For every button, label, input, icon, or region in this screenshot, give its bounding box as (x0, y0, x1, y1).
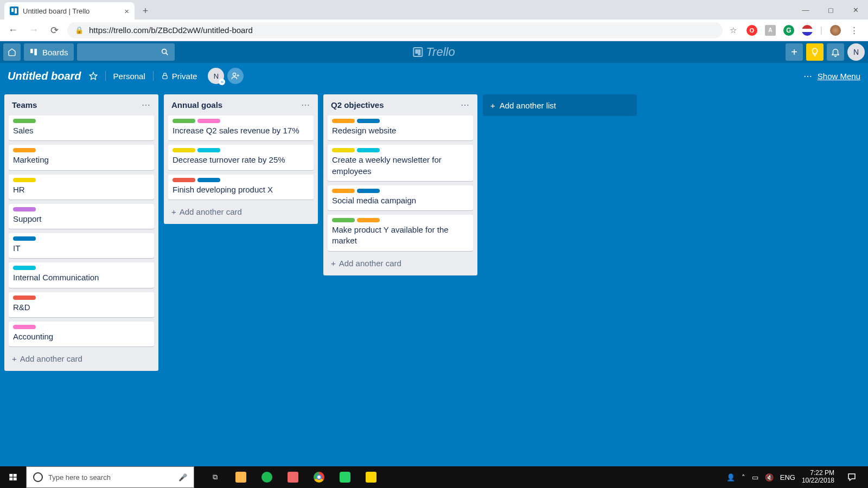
label-o[interactable] (13, 148, 36, 152)
label-y[interactable] (13, 178, 36, 182)
maximize-button[interactable]: ◻ (818, 0, 843, 20)
list-menu-button[interactable]: ⋯ (461, 100, 470, 110)
card[interactable]: Social media campaign (328, 185, 473, 210)
add-list-button[interactable]: +Add another list (483, 94, 637, 116)
label-b[interactable] (13, 236, 36, 241)
label-g[interactable] (332, 218, 355, 222)
chrome-button[interactable] (306, 466, 332, 488)
spotify-button[interactable] (254, 466, 280, 488)
label-o[interactable] (357, 218, 380, 222)
start-button[interactable] (0, 473, 26, 481)
card[interactable]: Decrease turnover rate by 25% (168, 145, 314, 170)
label-g[interactable] (173, 119, 195, 123)
label-o[interactable] (332, 189, 355, 193)
label-r[interactable] (173, 178, 195, 182)
board-member-avatar[interactable]: N » (208, 68, 224, 84)
card[interactable]: HR (9, 175, 154, 200)
card[interactable]: Redesign website (328, 115, 473, 140)
label-pk[interactable] (13, 325, 36, 329)
visibility-button[interactable]: Private (160, 69, 199, 83)
card[interactable]: Create a weekly newsletter for employees (328, 145, 473, 181)
label-y[interactable] (332, 148, 355, 152)
whatsapp-button[interactable] (332, 466, 358, 488)
label-sky[interactable] (197, 148, 220, 152)
show-menu-button[interactable]: Show Menu (818, 72, 860, 81)
card[interactable]: Internal Communication (9, 262, 154, 287)
card[interactable]: R&D (9, 292, 154, 317)
card[interactable]: Accounting (9, 322, 154, 346)
board-canvas[interactable]: Teams⋯SalesMarketingHRSupportITInternal … (0, 89, 868, 466)
label-sky[interactable] (13, 266, 36, 270)
card[interactable]: Finish developing product X (168, 175, 314, 200)
label-g[interactable] (13, 119, 36, 123)
star-board-button[interactable] (88, 69, 99, 82)
notes-app-button[interactable] (358, 466, 384, 488)
list[interactable]: Annual goals⋯Increase Q2 sales revenue b… (164, 94, 318, 224)
close-window-button[interactable]: ✕ (843, 0, 868, 20)
label-o[interactable] (332, 119, 355, 123)
card[interactable]: Increase Q2 sales revenue by 17% (168, 115, 314, 140)
invite-button[interactable] (227, 68, 244, 84)
minimize-button[interactable]: — (793, 0, 818, 20)
mic-icon[interactable]: 🎤 (178, 473, 187, 481)
list-title[interactable]: Q2 objectives (331, 100, 384, 110)
address-bar[interactable]: 🔒 https://trello.com/b/ZBcDd2wW/untitled… (67, 22, 723, 38)
home-button[interactable] (3, 43, 21, 61)
card[interactable]: Sales (9, 115, 154, 140)
label-y[interactable] (173, 148, 195, 152)
reload-button[interactable]: ⟳ (47, 23, 62, 38)
tab-close-icon[interactable]: × (124, 7, 129, 16)
people-icon[interactable]: 👤 (726, 473, 735, 481)
battery-icon[interactable]: ▭ (752, 473, 758, 481)
label-sky[interactable] (357, 148, 380, 152)
taskbar-search[interactable]: Type here to search 🎤 (26, 466, 194, 488)
card[interactable]: Make product Y available for the market (328, 215, 473, 251)
add-card-button[interactable]: +Add another card (9, 351, 154, 367)
user-avatar[interactable]: N (847, 43, 865, 61)
label-r[interactable] (13, 296, 36, 300)
label-b[interactable] (357, 119, 380, 123)
label-pk[interactable] (197, 119, 220, 123)
extension-adobe-icon[interactable]: A (765, 25, 776, 36)
notifications-button[interactable] (827, 43, 844, 61)
list-menu-button[interactable]: ⋯ (301, 100, 310, 110)
add-card-button[interactable]: +Add another card (328, 255, 473, 271)
chrome-profile-avatar[interactable] (830, 25, 841, 36)
card[interactable]: IT (9, 233, 154, 258)
info-button[interactable] (806, 43, 824, 61)
extension-grammarly-icon[interactable]: G (783, 25, 794, 36)
label-b[interactable] (357, 189, 380, 193)
add-card-button[interactable]: +Add another card (168, 204, 314, 220)
label-b[interactable] (197, 178, 220, 182)
card[interactable]: Support (9, 204, 154, 229)
create-button[interactable]: + (786, 43, 803, 61)
browser-tab[interactable]: Untitled board | Trello × (4, 2, 135, 20)
trello-logo[interactable]: Trello (413, 45, 455, 59)
language-indicator[interactable]: ENG (780, 473, 795, 481)
team-button[interactable]: Personal (112, 69, 146, 83)
back-button[interactable]: ← (5, 23, 21, 38)
list[interactable]: Teams⋯SalesMarketingHRSupportITInternal … (4, 94, 158, 371)
list-menu-button[interactable]: ⋯ (142, 100, 151, 110)
sticky-notes-button[interactable] (280, 466, 306, 488)
list-title[interactable]: Teams (12, 100, 37, 110)
taskbar-clock[interactable]: 7:22 PM 10/22/2018 (802, 470, 834, 485)
list-title[interactable]: Annual goals (171, 100, 222, 110)
tray-chevron-icon[interactable]: ˄ (742, 473, 745, 481)
boards-button[interactable]: Boards (24, 43, 74, 61)
more-icon[interactable]: ⋯ (803, 71, 812, 81)
board-name[interactable]: Untitled board (8, 70, 81, 82)
file-explorer-button[interactable] (228, 466, 254, 488)
bookmark-star-icon[interactable]: ☆ (728, 25, 739, 36)
card[interactable]: Marketing (9, 145, 154, 170)
chrome-menu-icon[interactable]: ⋮ (848, 25, 859, 36)
task-view-button[interactable]: ⧉ (202, 466, 228, 488)
global-search[interactable] (77, 43, 175, 61)
label-p[interactable] (13, 207, 36, 211)
forward-button[interactable]: → (26, 23, 41, 38)
volume-icon[interactable]: 🔇 (765, 473, 774, 481)
action-center-button[interactable] (841, 472, 863, 482)
extension-opera-icon[interactable]: O (746, 25, 757, 36)
new-tab-button[interactable]: + (138, 3, 153, 18)
list[interactable]: Q2 objectives⋯Redesign websiteCreate a w… (323, 94, 477, 275)
